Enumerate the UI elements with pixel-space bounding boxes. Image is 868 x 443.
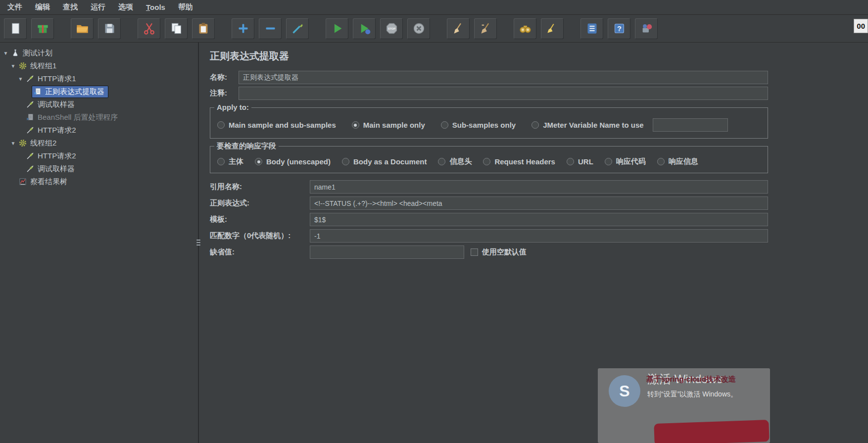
- radio-label: Sub-samples only: [452, 121, 516, 129]
- radio-selected-icon: [255, 158, 262, 165]
- collapse-arrow-icon[interactable]: ▼: [9, 63, 17, 69]
- menu-tools[interactable]: Tools: [140, 1, 172, 13]
- splitter-grip[interactable]: [195, 237, 201, 248]
- start-no-pauses-button[interactable]: [353, 18, 376, 39]
- start-button[interactable]: [326, 18, 348, 39]
- expand-all-button[interactable]: [232, 18, 254, 39]
- post-processor-icon: [33, 87, 42, 96]
- search-reset-icon: [546, 22, 559, 35]
- watermark-overlay: S 激活 Windows 基于spring-cloud技术改造 转到“设置”以激…: [598, 368, 770, 443]
- save-button[interactable]: [98, 18, 121, 39]
- tree-node-label: 线程组2: [30, 139, 56, 148]
- tree-node-regex-extractor[interactable]: 正则表达式提取器: [32, 86, 108, 98]
- apply-to-group: Apply to: Main sample and sub-samplesMai…: [210, 107, 768, 139]
- clear-all-button[interactable]: [474, 18, 497, 39]
- radio-label: Body (unescaped): [266, 157, 331, 166]
- template-input[interactable]: [310, 213, 768, 226]
- paste-button[interactable]: [192, 18, 215, 39]
- new-file-button[interactable]: [4, 18, 27, 39]
- response-field-option[interactable]: 主体: [217, 157, 243, 166]
- thread-group-icon: [18, 61, 27, 70]
- apply-to-option[interactable]: Main sample only: [352, 121, 425, 129]
- tree-node-http-request-1[interactable]: HTTP请求1: [24, 73, 80, 85]
- open-file-button[interactable]: [71, 18, 94, 39]
- clear-icon: [452, 22, 465, 35]
- match-number-row: 匹配数字（0代表随机）:: [210, 229, 768, 243]
- match-number-input[interactable]: [310, 229, 768, 243]
- templates-button[interactable]: [31, 18, 54, 39]
- response-field-option[interactable]: Body (unescaped): [255, 157, 331, 166]
- use-empty-default-label: 使用空默认值: [482, 247, 527, 257]
- tree-row: ▼线程组1: [0, 59, 198, 72]
- menu-search[interactable]: 查找: [56, 0, 84, 14]
- cut-button[interactable]: [138, 18, 160, 39]
- copy-button[interactable]: [165, 18, 188, 39]
- menu-run[interactable]: 运行: [84, 0, 112, 14]
- sampler-icon: [26, 74, 35, 83]
- svg-text:STOP: STOP: [387, 27, 395, 30]
- sampler-icon: [26, 100, 35, 109]
- tree-node-http-request-2b[interactable]: HTTP请求2: [24, 150, 80, 162]
- options-tool-button[interactable]: [635, 18, 658, 39]
- tree-row: HTTP请求2: [0, 149, 198, 162]
- page-title: 正则表达式提取器: [210, 49, 868, 63]
- radio-icon: [342, 158, 349, 165]
- toggle-button[interactable]: [286, 18, 309, 39]
- sampler-icon: [26, 164, 35, 173]
- help-button[interactable]: ?: [608, 18, 630, 39]
- radio-label: Body as a Document: [353, 157, 427, 166]
- svg-text:?: ?: [617, 25, 622, 33]
- comments-input[interactable]: [239, 87, 768, 100]
- stop-button[interactable]: STOP: [380, 18, 403, 39]
- tree-node-debug-sampler-1[interactable]: 调试取样器: [24, 98, 79, 111]
- apply-to-option[interactable]: Main sample and sub-samples: [217, 121, 336, 129]
- name-input[interactable]: [239, 71, 768, 84]
- clear-button[interactable]: [447, 18, 470, 39]
- menu-options[interactable]: 选项: [112, 0, 140, 14]
- search-button[interactable]: [514, 18, 536, 39]
- tree-node-label: 调试取样器: [38, 164, 75, 174]
- menu-edit[interactable]: 编辑: [29, 0, 56, 14]
- name-row: 名称:: [210, 71, 768, 84]
- default-value-input[interactable]: [310, 246, 464, 259]
- response-field-option[interactable]: Request Headers: [483, 157, 555, 166]
- menu-help[interactable]: 帮助: [172, 0, 199, 14]
- tree-node-beanshell-postprocessor[interactable]: BeanShell 后置处理程序: [24, 111, 122, 124]
- tree-node-test-plan[interactable]: 测试计划: [9, 47, 56, 59]
- response-field-option[interactable]: 响应信息: [657, 157, 698, 166]
- test-plan-tree-panel: ▼测试计划▼线程组1▼HTTP请求1正则表达式提取器调试取样器BeanShell…: [0, 43, 199, 443]
- apply-to-variable-input[interactable]: [653, 118, 728, 132]
- tree-node-thread-group-2[interactable]: 线程组2: [17, 137, 60, 149]
- radio-icon: [605, 158, 612, 165]
- sampler-icon: [26, 126, 35, 135]
- tree-node-label: 测试计划: [23, 49, 52, 58]
- response-field-group-title: 要检查的响应字段: [214, 142, 279, 151]
- collapse-arrow-icon[interactable]: ▼: [2, 50, 9, 56]
- use-empty-default-checkbox[interactable]: [471, 248, 478, 256]
- response-field-option[interactable]: 响应代码: [605, 157, 646, 166]
- tree-row: BeanShell 后置处理程序: [0, 111, 198, 124]
- tree-row: 调试取样器: [0, 162, 198, 175]
- function-helper-button[interactable]: [580, 18, 603, 39]
- tree-node-debug-sampler-2[interactable]: 调试取样器: [24, 163, 79, 175]
- apply-to-option[interactable]: JMeter Variable Name to use: [531, 118, 727, 132]
- sampler-icon: [26, 151, 35, 160]
- regex-input[interactable]: [310, 197, 768, 210]
- collapse-arrow-icon[interactable]: ▼: [9, 141, 17, 146]
- reference-name-input[interactable]: [310, 180, 768, 194]
- response-field-option[interactable]: 信息头: [438, 157, 472, 166]
- shutdown-button[interactable]: [407, 18, 430, 39]
- menu-file[interactable]: 文件: [1, 0, 29, 14]
- tree-node-thread-group-1[interactable]: 线程组1: [17, 60, 60, 72]
- collapse-all-button[interactable]: [259, 18, 282, 39]
- function-helper-icon: [585, 22, 599, 35]
- search-reset-button[interactable]: [541, 18, 564, 39]
- tree-node-http-request-2[interactable]: HTTP请求2: [24, 124, 80, 137]
- tree-row: HTTP请求2: [0, 124, 198, 137]
- cut-icon: [143, 22, 156, 35]
- collapse-arrow-icon[interactable]: ▼: [17, 76, 24, 82]
- apply-to-option[interactable]: Sub-samples only: [441, 121, 516, 129]
- tree-node-view-results-tree[interactable]: 察看结果树: [17, 176, 71, 188]
- response-field-option[interactable]: Body as a Document: [342, 157, 427, 166]
- response-field-option[interactable]: URL: [567, 157, 593, 166]
